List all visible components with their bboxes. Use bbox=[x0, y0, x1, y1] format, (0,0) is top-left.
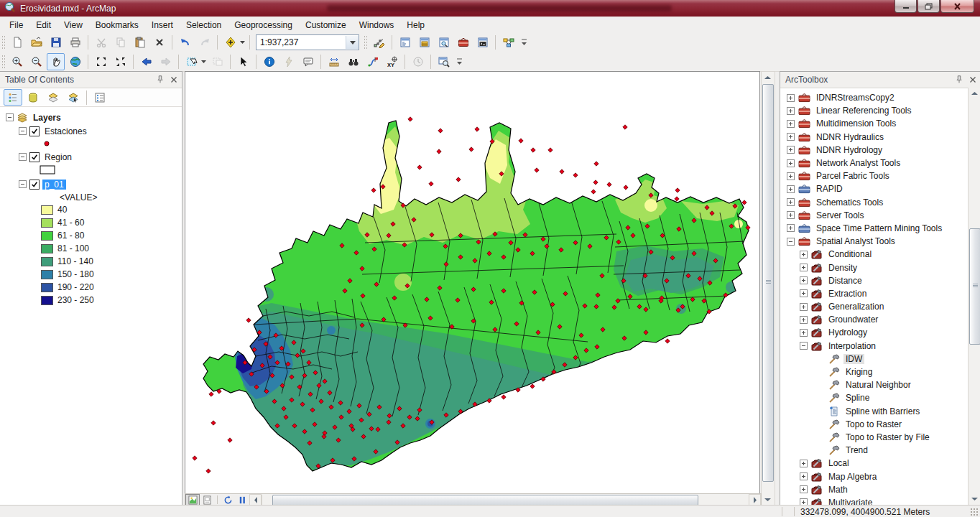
arctoolbox-item[interactable]: Natural Neighbor bbox=[780, 378, 969, 391]
title-bar[interactable]: Erosividad.mxd - ArcMap bbox=[0, 0, 980, 17]
arctoolbox-item-label[interactable]: IDW bbox=[843, 354, 864, 364]
arctoolbox-item-label[interactable]: Extraction bbox=[826, 289, 869, 299]
arctoolbox-item[interactable]: Density bbox=[780, 261, 969, 274]
arctoolbox-item[interactable]: Interpolation bbox=[780, 340, 969, 353]
collapse-icon[interactable] bbox=[800, 342, 808, 350]
collapse-icon[interactable] bbox=[6, 113, 14, 121]
scroll-up-icon[interactable] bbox=[762, 72, 773, 83]
arctoolbox-item[interactable]: Linear Referencing Tools bbox=[780, 104, 969, 117]
catalog-window-button[interactable] bbox=[415, 34, 433, 51]
arctoolbox-item-label[interactable]: Generalization bbox=[826, 302, 886, 312]
legend-item[interactable]: 110 - 140 bbox=[0, 255, 182, 268]
resize-grip[interactable] bbox=[970, 508, 979, 516]
arctoolbox-item[interactable]: Spatial Analyst Tools bbox=[780, 235, 969, 248]
search-window-button[interactable] bbox=[435, 34, 453, 51]
arctoolbox-item[interactable]: Math bbox=[780, 483, 969, 496]
fixed-zoom-out-button[interactable] bbox=[111, 53, 129, 70]
expand-icon[interactable] bbox=[787, 133, 795, 141]
collapse-icon[interactable] bbox=[19, 180, 27, 188]
legend-item[interactable]: 150 - 180 bbox=[0, 268, 182, 281]
collapse-icon[interactable] bbox=[19, 127, 27, 135]
menu-help[interactable]: Help bbox=[400, 18, 431, 32]
arctoolbox-item-label[interactable]: RAPID bbox=[814, 184, 845, 194]
new-document-button[interactable] bbox=[8, 34, 26, 51]
toolbar-grip[interactable] bbox=[364, 35, 367, 50]
go-to-xy-button[interactable]: XY bbox=[383, 53, 401, 70]
toc-tree-row[interactable]: <VALUE> bbox=[0, 191, 182, 203]
python-window-button[interactable] bbox=[473, 34, 491, 51]
find-route-button[interactable] bbox=[364, 53, 382, 70]
map-scale-combo[interactable]: 1:937,237 bbox=[256, 34, 359, 50]
expand-icon[interactable] bbox=[787, 94, 795, 102]
expand-icon[interactable] bbox=[800, 485, 808, 493]
menu-windows[interactable]: Windows bbox=[353, 18, 401, 32]
expand-icon[interactable] bbox=[787, 172, 795, 180]
arctoolbox-item[interactable]: Spline with Barriers bbox=[780, 405, 969, 418]
save-button[interactable] bbox=[47, 34, 65, 51]
arctoolbox-item[interactable]: Topo to Raster bbox=[780, 418, 969, 431]
arctoolbox-item[interactable]: IDW bbox=[780, 353, 969, 365]
arctoolbox-item[interactable]: Trend bbox=[780, 444, 969, 457]
identify-tool[interactable] bbox=[260, 53, 278, 70]
arctoolbox-window-button[interactable] bbox=[454, 34, 472, 51]
arctoolbox-item[interactable]: Topo to Raster by File bbox=[780, 431, 969, 444]
arctoolbox-item[interactable]: Groundwater bbox=[780, 313, 969, 326]
toc-tree-row[interactable]: Layers bbox=[0, 111, 182, 124]
list-by-visibility-button[interactable] bbox=[44, 89, 63, 106]
legend-item[interactable]: 41 - 60 bbox=[0, 216, 182, 229]
collapse-icon[interactable] bbox=[787, 238, 795, 246]
scroll-down-icon[interactable] bbox=[762, 494, 773, 506]
arctoolbox-item-label[interactable]: Kriging bbox=[843, 367, 874, 377]
chevron-down-icon[interactable] bbox=[239, 34, 246, 50]
arctoolbox-item-label[interactable]: Conditional bbox=[826, 249, 874, 259]
legend-item[interactable]: 40 bbox=[0, 203, 182, 216]
select-features-tool[interactable] bbox=[182, 53, 200, 70]
expand-icon[interactable] bbox=[800, 251, 808, 258]
arctoolbox-item[interactable]: IDNRStreamsCopy2 bbox=[780, 91, 969, 104]
fixed-zoom-in-button[interactable] bbox=[92, 53, 110, 70]
arctoolbox-item-label[interactable]: Hydrology bbox=[826, 327, 869, 337]
zoom-in-tool[interactable] bbox=[8, 53, 26, 70]
menu-edit[interactable]: Edit bbox=[29, 18, 57, 32]
delete-button[interactable] bbox=[150, 34, 168, 51]
arctoolbox-scrollbar[interactable] bbox=[968, 88, 980, 505]
arctoolbox-item[interactable]: Conditional bbox=[780, 248, 969, 261]
expand-icon[interactable] bbox=[800, 316, 808, 324]
menu-customize[interactable]: Customize bbox=[299, 18, 353, 32]
arctoolbox-item[interactable]: Multidimension Tools bbox=[780, 117, 969, 130]
arctoolbox-item[interactable]: Schematics Tools bbox=[780, 196, 969, 209]
legend-item[interactable]: 61 - 80 bbox=[0, 229, 182, 242]
arctoolbox-item[interactable]: Space Time Pattern Mining Tools bbox=[780, 222, 969, 235]
undo-button[interactable] bbox=[176, 34, 194, 51]
modelbuilder-button[interactable] bbox=[499, 34, 517, 51]
arctoolbox-item-label[interactable]: Spatial Analyst Tools bbox=[814, 236, 897, 246]
arctoolbox-item-label[interactable]: Interpolation bbox=[826, 341, 878, 351]
expand-icon[interactable] bbox=[800, 303, 808, 311]
arctoolbox-item[interactable]: NDNR Hydraulics bbox=[780, 131, 969, 144]
layer-visibility-checkbox[interactable] bbox=[29, 152, 40, 162]
menu-insert[interactable]: Insert bbox=[145, 18, 180, 32]
zoom-out-tool[interactable] bbox=[27, 53, 45, 70]
dataframe-label[interactable]: Layers bbox=[31, 113, 63, 123]
toolbar-overflow-icon[interactable] bbox=[455, 54, 464, 70]
minimize-button[interactable] bbox=[895, 0, 917, 13]
toolbar-grip[interactable] bbox=[1, 35, 5, 50]
chevron-down-icon[interactable] bbox=[346, 36, 359, 49]
arctoolbox-item[interactable]: Spline bbox=[780, 391, 969, 404]
arctoolbox-item[interactable]: Hydrology bbox=[780, 326, 969, 339]
menu-bookmarks[interactable]: Bookmarks bbox=[89, 18, 145, 32]
expand-icon[interactable] bbox=[787, 198, 795, 206]
arctoolbox-item-label[interactable]: Spline with Barriers bbox=[843, 406, 922, 416]
pin-icon[interactable] bbox=[154, 74, 166, 85]
pause-drawing-button[interactable] bbox=[235, 494, 249, 506]
pan-tool[interactable] bbox=[47, 53, 65, 70]
select-elements-tool[interactable] bbox=[234, 53, 252, 70]
arctoolbox-item[interactable]: Kriging bbox=[780, 365, 969, 378]
menu-view[interactable]: View bbox=[57, 18, 89, 32]
point-symbol[interactable] bbox=[43, 139, 50, 149]
toolbar-overflow-icon[interactable] bbox=[519, 34, 529, 50]
menu-selection[interactable]: Selection bbox=[180, 18, 228, 32]
arctoolbox-item[interactable]: Distance bbox=[780, 274, 969, 287]
open-button[interactable] bbox=[27, 34, 45, 51]
menu-geoprocessing[interactable]: Geoprocessing bbox=[228, 18, 299, 32]
